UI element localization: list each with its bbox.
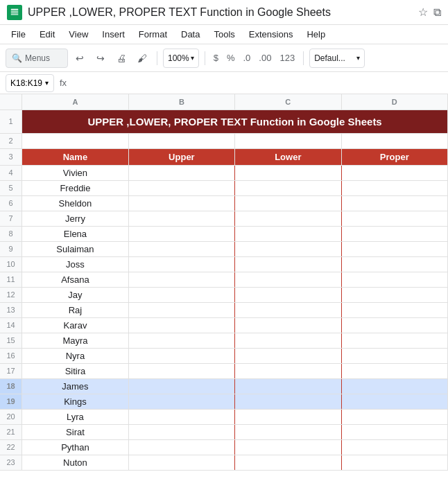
cell-lower-17[interactable] <box>235 363 341 378</box>
col-header-d[interactable]: D <box>341 94 447 110</box>
cell-proper-22[interactable] <box>341 439 447 455</box>
menu-insert[interactable]: Insert <box>96 28 130 41</box>
cell-lower-19[interactable] <box>235 394 341 409</box>
col-header-c[interactable]: C <box>235 94 341 110</box>
print-button[interactable]: 🖨 <box>112 49 130 67</box>
cell-upper-7[interactable] <box>128 211 234 226</box>
cell-proper-18[interactable] <box>341 378 447 394</box>
cell-proper-6[interactable] <box>341 195 447 211</box>
redo-button[interactable]: ↪ <box>92 49 110 67</box>
cell-name-5[interactable]: Freddie <box>22 180 128 195</box>
cell-proper-21[interactable] <box>341 424 447 439</box>
cell-lower-10[interactable] <box>235 256 341 272</box>
cell-upper-19[interactable] <box>128 394 234 409</box>
cell-lower-15[interactable] <box>235 333 341 348</box>
cell-lower-5[interactable] <box>235 180 341 195</box>
cell-name-8[interactable]: Elena <box>22 226 128 241</box>
cell-name-22[interactable]: Pythan <box>22 439 128 455</box>
cell-lower-11[interactable] <box>235 272 341 287</box>
window-icon[interactable]: ⧉ <box>433 6 441 19</box>
cell-upper-9[interactable] <box>128 241 234 256</box>
cell-proper-9[interactable] <box>341 241 447 256</box>
cell-lower-23[interactable] <box>235 455 341 470</box>
cell-lower-18[interactable] <box>235 378 341 394</box>
cell-name-16[interactable]: Nyra <box>22 348 128 363</box>
cell-proper-20[interactable] <box>341 409 447 424</box>
cell-lower-13[interactable] <box>235 302 341 317</box>
cell-name-11[interactable]: Afsana <box>22 272 128 287</box>
cell-proper-17[interactable] <box>341 363 447 378</box>
cell-proper-5[interactable] <box>341 180 447 195</box>
cell-proper-15[interactable] <box>341 333 447 348</box>
cell-upper-18[interactable] <box>128 378 234 394</box>
cell-proper-13[interactable] <box>341 302 447 317</box>
menu-edit[interactable]: Edit <box>34 28 60 41</box>
cell-proper-23[interactable] <box>341 455 447 470</box>
cell-upper-12[interactable] <box>128 287 234 302</box>
cell-name-6[interactable]: Sheldon <box>22 195 128 211</box>
cell-lower-12[interactable] <box>235 287 341 302</box>
cell-proper-19[interactable] <box>341 394 447 409</box>
cell-proper-10[interactable] <box>341 256 447 272</box>
paint-format-button[interactable]: 🖌 <box>133 49 151 67</box>
decimal-left-button[interactable]: .0 <box>241 53 254 63</box>
cell-upper-10[interactable] <box>128 256 234 272</box>
cell-lower-4[interactable] <box>235 165 341 180</box>
cell-reference[interactable]: K18:K19 ▾ <box>6 74 54 92</box>
formula-input[interactable] <box>72 78 442 88</box>
cell-name-21[interactable]: Sirat <box>22 424 128 439</box>
menu-view[interactable]: View <box>63 28 94 41</box>
cell-name-14[interactable]: Karav <box>22 317 128 333</box>
font-selector[interactable]: Defaul... ▾ <box>309 49 365 68</box>
menu-help[interactable]: Help <box>301 28 331 41</box>
cell-upper-4[interactable] <box>128 165 234 180</box>
cell-proper-4[interactable] <box>341 165 447 180</box>
cell-proper-14[interactable] <box>341 317 447 333</box>
search-menus[interactable]: 🔍 Menus <box>6 49 68 68</box>
menu-tools[interactable]: Tools <box>208 28 240 41</box>
decimal-right-button[interactable]: .00 <box>256 53 274 63</box>
cell-upper-16[interactable] <box>128 348 234 363</box>
cell-proper-8[interactable] <box>341 226 447 241</box>
cell-proper-16[interactable] <box>341 348 447 363</box>
cell-lower-16[interactable] <box>235 348 341 363</box>
cell-lower-8[interactable] <box>235 226 341 241</box>
cell-upper-23[interactable] <box>128 455 234 470</box>
cell-b2[interactable] <box>128 133 234 148</box>
cell-lower-14[interactable] <box>235 317 341 333</box>
cell-name-12[interactable]: Jay <box>22 287 128 302</box>
cell-name-17[interactable]: Sitira <box>22 363 128 378</box>
cell-upper-11[interactable] <box>128 272 234 287</box>
percent-button[interactable]: % <box>224 53 238 63</box>
cell-upper-6[interactable] <box>128 195 234 211</box>
cell-proper-11[interactable] <box>341 272 447 287</box>
cell-name-4[interactable]: Vivien <box>22 165 128 180</box>
cell-name-19[interactable]: Kings <box>22 394 128 409</box>
cell-name-7[interactable]: Jerry <box>22 211 128 226</box>
cell-upper-22[interactable] <box>128 439 234 455</box>
cell-lower-6[interactable] <box>235 195 341 211</box>
cell-name-23[interactable]: Nuton <box>22 455 128 470</box>
cell-upper-5[interactable] <box>128 180 234 195</box>
cell-c2[interactable] <box>235 133 341 148</box>
cell-name-9[interactable]: Sulaiman <box>22 241 128 256</box>
cell-name-20[interactable]: Lyra <box>22 409 128 424</box>
cell-lower-7[interactable] <box>235 211 341 226</box>
cell-proper-12[interactable] <box>341 287 447 302</box>
cell-upper-15[interactable] <box>128 333 234 348</box>
cell-name-13[interactable]: Raj <box>22 302 128 317</box>
currency-button[interactable]: $ <box>211 53 221 63</box>
menu-data[interactable]: Data <box>175 28 205 41</box>
cell-name-18[interactable]: James <box>22 378 128 394</box>
undo-button[interactable]: ↩ <box>71 49 89 67</box>
cell-upper-20[interactable] <box>128 409 234 424</box>
cell-name-15[interactable]: Mayra <box>22 333 128 348</box>
col-header-b[interactable]: B <box>128 94 234 110</box>
cell-a2[interactable] <box>22 133 128 148</box>
cell-upper-21[interactable] <box>128 424 234 439</box>
cell-upper-14[interactable] <box>128 317 234 333</box>
cell-upper-13[interactable] <box>128 302 234 317</box>
cell-upper-8[interactable] <box>128 226 234 241</box>
menu-file[interactable]: File <box>6 28 31 41</box>
star-icon[interactable]: ☆ <box>418 6 428 19</box>
